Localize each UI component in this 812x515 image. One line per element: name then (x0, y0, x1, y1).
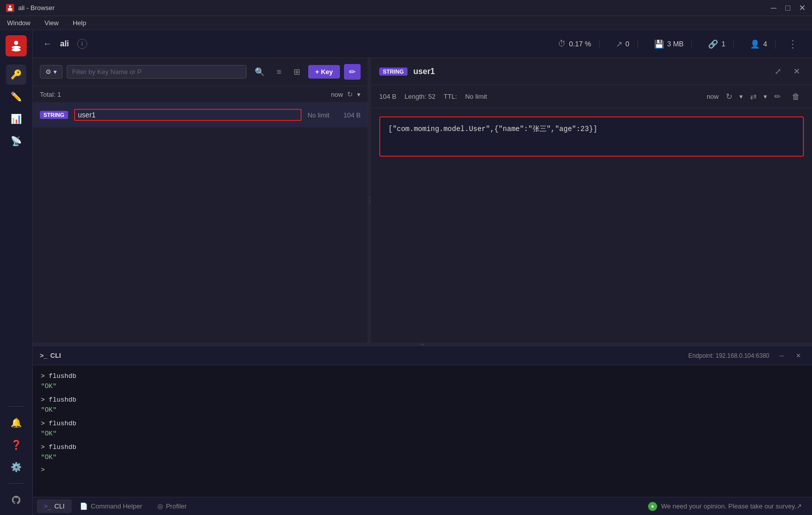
network-icon: ↗ (616, 39, 622, 49)
sidebar-logo (6, 35, 27, 56)
cli-line: > flushdb (41, 419, 804, 429)
tab-cli[interactable]: >_ CLI (37, 499, 72, 513)
close-button[interactable]: ✕ (798, 4, 806, 12)
app-title: ali - Browser (18, 4, 54, 12)
value-size: 104 B (379, 93, 396, 100)
cli-content: > flushdb "OK" > flushdb "OK" > flushdb … (33, 365, 812, 497)
title-bar-left: ali - Browser (6, 4, 54, 12)
svg-point-5 (12, 48, 21, 51)
command-helper-label: Command Helper (91, 502, 142, 510)
sidebar-divider-2 (9, 483, 24, 484)
cli-line: > flushdb (41, 371, 804, 381)
connection-name: ali (60, 39, 69, 48)
value-time-label: now (707, 93, 719, 100)
refresh-button[interactable]: ↻ (347, 90, 353, 98)
value-edit-button[interactable]: ✏ (770, 89, 785, 104)
filter-dropdown-icon: ▾ (53, 68, 57, 76)
sidebar: 🔑 ✏️ 📊 📡 🔔 ❓ ⚙️ (0, 30, 33, 515)
cpu-icon: ⏱ (558, 39, 566, 48)
value-refresh-button[interactable]: ↻ (722, 89, 736, 104)
value-header-actions: ⤢ ✕ (771, 64, 804, 79)
sidebar-item-notifications[interactable]: 🔔 (6, 413, 26, 433)
keys-value: 4 (763, 40, 767, 48)
key-gen-button[interactable]: ✏ (344, 64, 361, 80)
tree-view-button[interactable]: ⊞ (289, 65, 304, 79)
cli-prompt-icon: >_ (40, 352, 47, 359)
survey-notice[interactable]: ● We need your opinion. Please take our … (642, 502, 808, 511)
add-key-button[interactable]: + Key (308, 65, 340, 79)
cli-current-prompt: > (41, 466, 45, 474)
cli-result: "OK" (41, 381, 804, 392)
sidebar-item-stats[interactable]: 📊 (6, 109, 26, 129)
svg-point-3 (14, 41, 18, 45)
ttl-label: TTL: (443, 93, 457, 100)
filter-type-icon: ⚙ (45, 68, 51, 76)
back-button[interactable]: ← (43, 39, 52, 49)
cli-header: >_ CLI Endpoint: 192.168.0.104:6380 ─ ✕ (33, 346, 812, 365)
memory-icon: 💾 (654, 39, 664, 49)
app-body: 🔑 ✏️ 📊 📡 🔔 ❓ ⚙️ ← ali i ⏱ 0.17 % (0, 30, 812, 515)
tab-profiler[interactable]: ◎ Profiler (150, 499, 194, 513)
cli-close-button[interactable]: ✕ (792, 350, 805, 362)
sidebar-item-github[interactable] (6, 490, 26, 510)
maximize-button[interactable]: □ (784, 4, 792, 12)
keys-count-icon: 👤 (750, 39, 760, 49)
cli-endpoint: Endpoint: 192.168.0.104:6380 (688, 352, 770, 359)
sidebar-item-help[interactable]: ❓ (6, 435, 26, 455)
cpu-value: 0.17 % (569, 40, 591, 48)
filter-type-button[interactable]: ⚙ ▾ (40, 65, 63, 79)
key-name: user1 (74, 109, 302, 121)
cli-line: > flushdb (41, 442, 804, 453)
clients-icon: 🔗 (708, 39, 718, 49)
cli-result: "OK" (41, 453, 804, 463)
list-view-button[interactable]: ≡ (273, 65, 285, 79)
search-button[interactable]: 🔍 (251, 65, 269, 79)
bottom-tabs: >_ CLI 📄 Command Helper ◎ Profiler ● We … (33, 497, 812, 515)
top-header: ← ali i ⏱ 0.17 % ↗ 0 💾 3 MB 🔗 1 👤 (33, 30, 812, 58)
browser-stats: Total: 1 now ↻ ▾ (33, 86, 368, 103)
value-export-button[interactable]: ⇄ (746, 89, 761, 104)
content-area: ← ali i ⏱ 0.17 % ↗ 0 💾 3 MB 🔗 1 👤 (33, 30, 812, 515)
cli-panel: >_ CLI Endpoint: 192.168.0.104:6380 ─ ✕ … (33, 346, 812, 497)
sidebar-item-pubsub[interactable]: 📡 (6, 131, 26, 151)
info-icon[interactable]: i (77, 39, 87, 49)
cli-input[interactable] (48, 466, 804, 474)
menu-help[interactable]: Help (70, 18, 89, 28)
window-controls: ─ □ ✕ (770, 4, 806, 12)
key-list: STRING user1 No limit 104 B (33, 103, 368, 343)
menu-view[interactable]: View (41, 18, 62, 28)
more-options-button[interactable]: ⋮ (784, 38, 802, 50)
sidebar-divider (9, 406, 24, 407)
minimize-button[interactable]: ─ (770, 4, 778, 12)
menu-window[interactable]: Window (4, 18, 33, 28)
sidebar-item-keys[interactable]: 🔑 (6, 65, 26, 85)
stat-cpu: ⏱ 0.17 % (550, 39, 600, 48)
value-refresh-dropdown[interactable]: ▾ (739, 93, 743, 100)
stat-memory: 💾 3 MB (646, 39, 692, 49)
sidebar-item-edit[interactable]: ✏️ (6, 87, 26, 107)
sidebar-item-settings[interactable]: ⚙️ (6, 457, 26, 477)
tab-command-helper[interactable]: 📄 Command Helper (73, 499, 149, 513)
value-delete-button[interactable]: 🗑 (788, 90, 804, 104)
value-meta: 104 B Length: 52 TTL: No limit now ↻ ▾ ⇄… (371, 85, 812, 108)
panels-row: ⚙ ▾ 🔍 ≡ ⊞ + Key ✏ Total: 1 now ↻ ▾ (33, 58, 812, 343)
key-ttl: No limit (308, 111, 329, 119)
value-box[interactable]: ["com.moming.model.User",{"name":"张三","a… (379, 116, 804, 157)
close-value-button[interactable]: ✕ (789, 64, 804, 79)
ttl-value: No limit (465, 93, 487, 100)
refresh-dropdown[interactable]: ▾ (357, 91, 361, 98)
value-type-badge: STRING (379, 68, 408, 76)
key-size: 104 B (335, 111, 361, 119)
cli-title: >_ CLI (40, 352, 61, 359)
stat-network: ↗ 0 (608, 39, 638, 49)
cli-window-controls: ─ ✕ (775, 350, 805, 362)
filter-input[interactable] (67, 65, 247, 79)
cli-minimize-button[interactable]: ─ (775, 350, 788, 362)
profiler-icon: ◎ (157, 502, 163, 510)
expand-button[interactable]: ⤢ (771, 64, 785, 79)
value-export-dropdown[interactable]: ▾ (764, 93, 767, 100)
value-header: STRING user1 ⤢ ✕ (371, 58, 812, 85)
cli-result: "OK" (41, 405, 804, 415)
cli-tab-icon: >_ (44, 502, 51, 510)
key-row[interactable]: STRING user1 No limit 104 B (33, 103, 368, 127)
